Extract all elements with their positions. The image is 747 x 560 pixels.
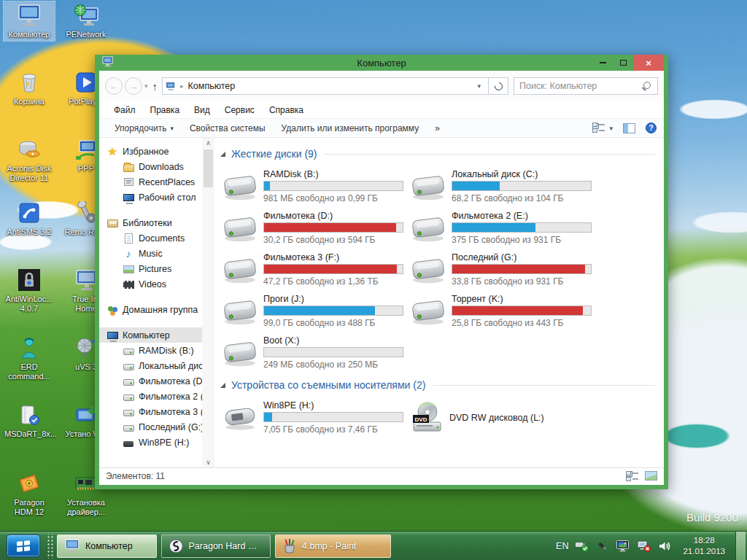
organize-button[interactable]: Упорядочить▾ <box>107 119 182 137</box>
drive-tile-win8pe-h[interactable]: Win8PE (H:) 7,05 ГБ свободно из 7,46 ГБ <box>222 397 410 438</box>
drive-tile-filmoteka-d[interactable]: Фильмотека (D:) 30,2 ГБ свободно из 594 … <box>222 207 410 249</box>
sidebar-item-downloads[interactable]: Downloads <box>99 159 214 174</box>
desktop-icon-recycle-bin[interactable]: Корзина <box>4 69 55 108</box>
section-header-hard-disks[interactable]: Жесткие диски (9) <box>220 148 655 160</box>
menu-tools[interactable]: Сервис <box>217 101 262 118</box>
sidebar-scrollbar[interactable]: ∧ ∨ <box>202 138 214 467</box>
drive-tile-posledniy-g[interactable]: Последний (G:) 33,8 ГБ свободно из 931 Г… <box>410 249 598 290</box>
sidebar-item-recent-places[interactable]: RecentPlaces <box>99 174 214 190</box>
chevron-down-icon: ▾ <box>609 125 613 132</box>
sidebar-item-filmoteka-d[interactable]: Фильмотека (D: <box>99 373 214 389</box>
capacity-bar <box>263 181 403 191</box>
safely-remove-icon[interactable] <box>575 540 589 553</box>
details-view-button[interactable] <box>626 470 638 481</box>
desktop-icon-antisms[interactable]: AntiSMS 3.2 <box>4 199 55 238</box>
history-dropdown-icon[interactable]: ▾ <box>144 82 148 90</box>
forward-button[interactable]: → <box>125 77 142 95</box>
language-indicator[interactable]: EN <box>556 541 568 551</box>
sidebar-item-filmoteka3-f[interactable]: Фильмотека 3 (F <box>99 404 214 419</box>
disk-stack-icon <box>16 137 42 162</box>
preview-pane-button[interactable] <box>623 123 635 133</box>
address-bar[interactable]: ▸ Компьютер ▾ <box>162 77 489 95</box>
sidebar-item-local-disk-c[interactable]: Локальный диск <box>99 358 214 373</box>
clock[interactable]: 18:28 21.01.2013 <box>683 535 725 557</box>
address-dropdown-icon[interactable]: ▾ <box>473 82 485 90</box>
sidebar-group-libraries[interactable]: Библиотеки <box>99 215 214 230</box>
scrollbar-thumb[interactable] <box>204 149 213 187</box>
start-button[interactable] <box>7 534 40 557</box>
padlock-icon <box>16 268 42 292</box>
desktop: { "desktop": { "build_label": "Build 920… <box>0 0 747 560</box>
toolbar-overflow-button[interactable]: » <box>427 119 448 137</box>
sidebar-item-music[interactable]: ♪ Music <box>99 246 214 261</box>
menu-help[interactable]: Справка <box>262 101 311 118</box>
change-view-button[interactable]: ▾ <box>592 122 613 133</box>
sidebar-item-posledniy-g[interactable]: Последний (G:) <box>99 419 214 435</box>
scroll-down-icon[interactable]: ∨ <box>206 459 211 466</box>
scroll-up-icon[interactable]: ∧ <box>206 139 211 147</box>
sidebar-item-filmoteka2-e[interactable]: Фильмотека 2 (Е <box>99 389 214 404</box>
menu-view[interactable]: Вид <box>187 101 217 118</box>
document-icon <box>125 233 133 244</box>
desktop-icon-msdart[interactable]: MSDaRT_8x... <box>4 401 55 440</box>
menu-edit[interactable]: Правка <box>143 101 187 118</box>
ticket-icon <box>16 471 42 496</box>
drive-tile-boot-x[interactable]: Boot (X:) 249 МБ свободно из 250 МБ <box>222 332 410 373</box>
volume-icon[interactable] <box>658 540 673 553</box>
hard-drive-icon <box>222 339 258 367</box>
thumbnail-view-button[interactable] <box>645 471 657 481</box>
taskbar-button-paint[interactable]: 4.bmp - Paint <box>275 534 391 558</box>
sidebar-item-videos[interactable]: Videos <box>99 276 214 292</box>
minimize-button[interactable] <box>592 55 613 71</box>
drive-tile-filmoteka3-f[interactable]: Фильмотека 3 (F:) 47,2 ГБ свободно из 1,… <box>222 249 410 290</box>
desktop-icon-penetwork[interactable]: PENetwork <box>61 1 112 41</box>
usb-plug-icon[interactable] <box>596 540 609 553</box>
close-button[interactable]: × <box>633 55 664 71</box>
drive-tile-local-disk-c[interactable]: Локальный диск (C:) 68,2 ГБ свободно из … <box>410 166 598 207</box>
desktop-icon-antiwinlock[interactable]: AntiWinLoc... 4.0.7 <box>4 266 55 315</box>
drive-tile-ramdisk-b[interactable]: RAMDisk (B:) 981 МБ свободно из 0,99 ГБ <box>222 166 410 207</box>
menu-file[interactable]: Файл <box>107 101 143 118</box>
taskbar-button-computer[interactable]: Компьютер <box>57 534 157 558</box>
sidebar-item-desktop[interactable]: Рабочий стол <box>99 190 214 205</box>
navigation-bar: ← → ▾ ↑ ▸ Компьютер ▾ Поиск: Компьютер <box>99 71 664 101</box>
up-button[interactable]: ↑ <box>152 80 158 93</box>
sidebar-item-win8pe-h[interactable]: Win8PE (H:) <box>99 435 214 450</box>
taskbar-button-paragon[interactable]: Paragon Hard Dis... <box>161 534 271 558</box>
desktop-icon-erd-commander[interactable]: ERD command... <box>4 334 55 383</box>
desktop-icon-paragon[interactable]: Paragon HDM 12 <box>4 470 55 518</box>
display-settings-icon[interactable] <box>616 540 630 553</box>
collapse-triangle-icon[interactable] <box>220 152 225 157</box>
search-box[interactable]: Поиск: Компьютер <box>514 77 658 95</box>
refresh-button[interactable] <box>489 77 508 95</box>
sidebar-item-ramdisk-b[interactable]: RAMDisk (B:) <box>99 343 214 358</box>
help-button[interactable]: ? <box>646 122 657 133</box>
collapse-triangle-icon[interactable] <box>220 383 225 388</box>
sidebar-group-favorites[interactable]: ★ Избранное <box>99 144 214 159</box>
section-header-removable[interactable]: Устройства со съемными носителями (2) <box>220 379 655 391</box>
sidebar-group-computer[interactable]: Компьютер <box>99 327 214 343</box>
usb-drive-icon <box>222 404 258 432</box>
back-button[interactable]: ← <box>105 77 123 95</box>
capacity-bar <box>452 306 592 316</box>
desktop-icon-computer[interactable]: Компьютер <box>4 1 55 41</box>
show-desktop-button[interactable] <box>735 532 746 560</box>
menu-bar: Файл Правка Вид Сервис Справка <box>99 101 664 118</box>
sidebar-item-documents[interactable]: Documents <box>99 230 214 246</box>
drive-tile-filmoteka2-e[interactable]: Фильмотека 2 (E:) 375 ГБ свободно из 931… <box>410 207 598 249</box>
drive-icon <box>123 410 134 416</box>
breadcrumb[interactable]: Компьютер <box>188 81 236 91</box>
network-error-icon[interactable] <box>637 540 651 553</box>
tray-date: 21.01.2013 <box>683 546 725 557</box>
uninstall-program-button[interactable]: Удалить или изменить программу <box>274 119 427 137</box>
sidebar-group-homegroup[interactable]: Домашняя группа <box>99 302 214 317</box>
sidebar-item-pictures[interactable]: Pictures <box>99 261 214 276</box>
hard-drive-icon <box>222 298 258 325</box>
maximize-button[interactable] <box>613 55 633 71</box>
drive-tile-torrent-k[interactable]: Торрент (K:) 25,8 ГБ свободно из 443 ГБ <box>410 290 598 332</box>
desktop-icon-acronis[interactable]: Acronis Disk Director 11 <box>4 136 55 184</box>
system-properties-button[interactable]: Свойства системы <box>182 119 274 137</box>
drive-tile-dvd-l[interactable]: DVD DVD RW дисковод (L:) <box>410 397 598 438</box>
window-titlebar[interactable]: Компьютер × <box>99 55 664 71</box>
drive-tile-progi-j[interactable]: Проги (J:) 99,0 ГБ свободно из 488 ГБ <box>222 290 410 332</box>
